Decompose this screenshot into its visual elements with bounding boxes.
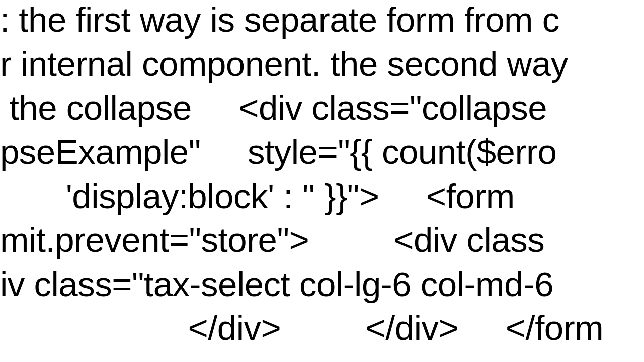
document-text-block: : the first way is separate form from c … [0, 0, 603, 350]
text-line-2: r internal component. the second way [0, 45, 568, 83]
text-line-6: mit.prevent="store"> <div class [0, 221, 544, 259]
text-line-8: </div> </div> </form [0, 309, 603, 347]
text-line-5: 'display:block' : '' }}"> <form [0, 177, 515, 216]
text-line-7: iv class="tax-select col-lg-6 col-md-6 [0, 265, 553, 304]
text-line-3: the collapse <div class="collapse [0, 88, 547, 127]
text-line-4: pseExample" style="{{ count($erro [0, 133, 556, 171]
text-line-1: : the first way is separate form from c [0, 1, 559, 39]
